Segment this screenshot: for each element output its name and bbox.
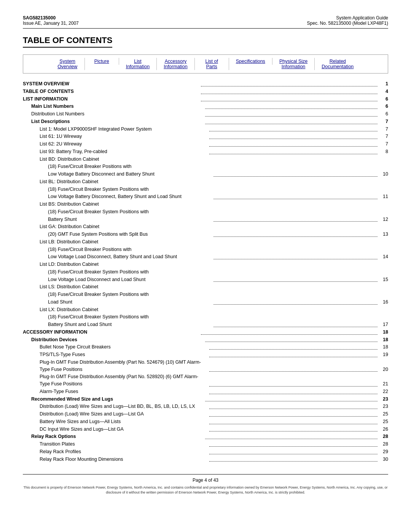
nav-accessory-information[interactable]: Accessory Information (157, 58, 195, 70)
toc-dots (209, 386, 378, 387)
table-row: List 61: 1U Wireway7 (23, 133, 388, 140)
table-row: Plug-In GMT Fuse Distribution Assembly (… (23, 373, 388, 388)
table-row: (18) Fuse/Circuit Breaker Positions with (23, 246, 388, 253)
toc-page-number: 20 (379, 366, 388, 373)
nav-label-list-info: Information (126, 64, 150, 69)
toc-dots (209, 446, 378, 447)
toc-page-number: 7 (379, 141, 388, 148)
table-row: (18) Fuse/Circuit Breaker Positions with (23, 163, 388, 170)
toc-page-number: 23 (379, 396, 388, 403)
toc-label: TABLE OF CONTENTS (23, 88, 199, 95)
nav-label-list: List (134, 59, 141, 64)
toc-dots (209, 416, 378, 417)
toc-label: (18) Fuse/Circuit Breaker System Positio… (23, 186, 218, 193)
table-row: Distribution (Load) Wire Sizes and Lugs—… (23, 403, 388, 410)
table-row: Battery Wire Sizes and Lugs—All Lists25 (23, 418, 388, 425)
toc-dots (209, 461, 378, 462)
page-header: SAG582135000 Issue AE, January 31, 2007 … (23, 15, 388, 29)
table-row: Load Shunt16 (23, 299, 388, 306)
toc-page-number: 16 (379, 299, 388, 306)
toc-label: Battery Shunt and Load Shunt (23, 321, 212, 328)
toc-dots (209, 139, 378, 139)
table-row: List LB: Distribution Cabinet (23, 238, 388, 246)
toc-page-number: 10 (379, 171, 388, 178)
toc-label: Relay Rack Floor Mounting Dimensions (23, 456, 208, 463)
toc-label: Low Voltage Battery Disconnect, Battery … (23, 193, 212, 200)
toc-page-number: 25 (379, 418, 388, 425)
toc-page-number: 29 (379, 448, 388, 455)
table-row: LIST INFORMATION6 (23, 96, 388, 103)
table-row: (18) Fuse/Circuit Breaker System Positio… (23, 291, 388, 298)
toc-label: TPS/TLS-Type Fuses (23, 351, 208, 358)
toc-page-number: 7 (379, 118, 388, 125)
nav-list-information[interactable]: List Information (119, 58, 157, 70)
page-footer: Page 4 of 43 This document is property o… (23, 474, 388, 495)
nav-related[interactable]: Related Documentation (315, 58, 360, 70)
table-row: List 93: Battery Tray, Pre-cabled8 (23, 148, 388, 155)
table-row: TABLE OF CONTENTS4 (23, 88, 388, 95)
toc-dots (201, 86, 378, 86)
toc-dots (213, 281, 378, 282)
table-row: Bullet Nose Type Circuit Breakers18 (23, 343, 388, 351)
table-row: (20) GMT Fuse System Positions with Spli… (23, 231, 388, 238)
header-right: System Application Guide Spec. No. 58213… (307, 15, 388, 26)
toc-label: Transition Plates (23, 441, 208, 448)
nav-label-documentation: Documentation (322, 64, 354, 69)
nav-label-accessory-info: Information (164, 64, 188, 69)
toc-page-number: 21 (379, 380, 388, 388)
nav-list-of-parts[interactable]: List of Parts (195, 58, 229, 70)
table-row: Alarm-Type Fuses22 (23, 388, 388, 395)
toc-page-number: 25 (379, 411, 388, 418)
toc-page-number: 22 (379, 388, 388, 395)
table-row: Relay Rack Profiles29 (23, 448, 388, 455)
header-left: SAG582135000 Issue AE, January 31, 2007 (23, 15, 79, 26)
toc-page-number: 28 (379, 433, 388, 440)
toc-label: List Descriptions (23, 118, 204, 125)
toc-dots (209, 371, 378, 372)
table-row: Plug-In GMT Fuse Distribution Assembly (… (23, 359, 388, 373)
guide-title: System Application Guide (307, 15, 388, 21)
toc-label: Low Voltage Load Disconnect, Battery Shu… (23, 253, 212, 260)
toc-page-number: 30 (379, 456, 388, 463)
table-row: Battery Shunt12 (23, 216, 388, 223)
table-row: ACCESSORY INFORMATION18 (23, 329, 388, 336)
toc-dots (213, 327, 378, 327)
table-row: List LS: Distribution Cabinet (23, 283, 388, 291)
nav-physical-size[interactable]: Physical Size Information (272, 58, 315, 70)
toc-dots (209, 394, 378, 394)
toc-page-number: 17 (379, 321, 388, 328)
toc-dots (209, 131, 378, 131)
table-row: List BS: Distribution Cabinet (23, 201, 388, 208)
toc-dots (209, 349, 378, 350)
toc-label: Recommended Wired Size and Lugs (23, 396, 204, 403)
table-row: Main List Numbers6 (23, 103, 388, 110)
toc-label: ACCESSORY INFORMATION (23, 329, 199, 336)
toc-label: (18) Fuse/Circuit Breaker System Positio… (23, 268, 218, 276)
table-row: List BD: Distribution Cabinet (23, 156, 388, 163)
table-row: Distribution List Numbers6 (23, 110, 388, 118)
table-row: TPS/TLS-Type Fuses19 (23, 351, 388, 358)
table-row: Transition Plates28 (23, 441, 388, 448)
toc-page-number: 4 (379, 88, 388, 95)
nav-specifications[interactable]: Specifications (229, 58, 272, 65)
toc-label: List LS: Distribution Cabinet (23, 283, 214, 291)
toc-page-number: 28 (379, 441, 388, 448)
nav-picture[interactable]: Picture (85, 58, 119, 65)
toc-label: List BL: Distribution Cabinet (23, 178, 214, 185)
toc-label: (18) Fuse/Circuit Breaker System Positio… (23, 291, 218, 298)
toc-dots (213, 236, 378, 237)
nav-label-accessory: Accessory (165, 59, 187, 64)
toc-page-number: 11 (379, 193, 388, 200)
toc-label: LIST INFORMATION (23, 96, 199, 103)
toc-label: Battery Wire Sizes and Lugs—All Lists (23, 418, 208, 425)
toc-label: Battery Shunt (23, 216, 212, 223)
toc-label: (18) Fuse/Circuit Breaker Positions with (23, 246, 218, 253)
toc-page-number: 23 (379, 403, 388, 410)
toc-label: List BD: Distribution Cabinet (23, 156, 214, 163)
table-row: List Descriptions7 (23, 118, 388, 125)
toc-dots (201, 334, 378, 335)
table-row: (18) Fuse/Circuit Breaker System Positio… (23, 186, 388, 193)
nav-system-overview[interactable]: System Overview (51, 58, 85, 70)
toc-label: (20) GMT Fuse System Positions with Spli… (23, 231, 212, 238)
toc-page-number: 6 (379, 110, 388, 118)
